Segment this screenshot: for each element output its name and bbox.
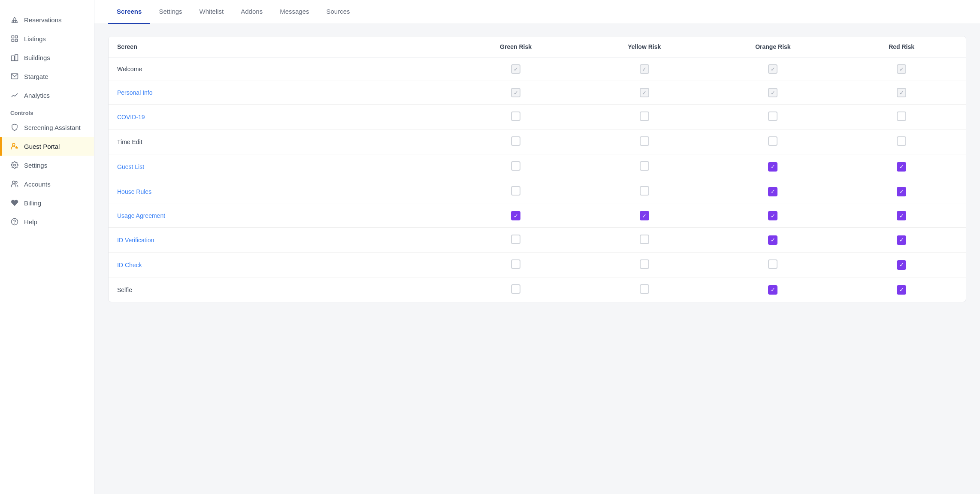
checkbox-wrap[interactable] bbox=[768, 259, 777, 269]
orange-risk-cell[interactable]: ✓ bbox=[709, 277, 838, 302]
checkbox-wrap[interactable] bbox=[768, 136, 777, 146]
sidebar-item-stargate[interactable]: Stargate bbox=[0, 67, 94, 86]
sidebar-item-screening-assistant[interactable]: Screening Assistant bbox=[0, 118, 94, 137]
checkbox-wrap[interactable] bbox=[640, 136, 649, 146]
yellow-risk-cell[interactable] bbox=[580, 105, 709, 130]
checkbox-wrap[interactable]: ✓ bbox=[640, 64, 649, 74]
tab-settings[interactable]: Settings bbox=[150, 0, 191, 24]
sidebar-item-buildings[interactable]: Buildings bbox=[0, 48, 94, 67]
checkbox-wrap[interactable]: ✓ bbox=[768, 64, 777, 74]
checkbox-wrap[interactable]: ✓ bbox=[768, 187, 777, 196]
yellow-risk-cell[interactable]: ✓ bbox=[580, 81, 709, 105]
checkbox-wrap[interactable]: ✓ bbox=[640, 211, 649, 220]
green-risk-cell[interactable] bbox=[451, 228, 580, 253]
checkbox-wrap[interactable]: ✓ bbox=[897, 285, 906, 295]
green-risk-cell[interactable] bbox=[451, 154, 580, 179]
orange-risk-cell[interactable]: ✓ bbox=[709, 81, 838, 105]
checkbox-wrap[interactable]: ✓ bbox=[897, 211, 906, 220]
green-risk-cell[interactable] bbox=[451, 130, 580, 154]
green-risk-cell[interactable] bbox=[451, 253, 580, 277]
orange-risk-cell[interactable] bbox=[709, 105, 838, 130]
screen-name-cell[interactable]: ID Check bbox=[109, 253, 451, 277]
screen-name-cell[interactable]: ID Verification bbox=[109, 228, 451, 253]
red-risk-cell[interactable]: ✓ bbox=[837, 57, 966, 81]
green-risk-cell[interactable]: ✓ bbox=[451, 57, 580, 81]
green-risk-cell[interactable]: ✓ bbox=[451, 81, 580, 105]
checkbox-wrap[interactable]: ✓ bbox=[897, 235, 906, 245]
red-risk-cell[interactable]: ✓ bbox=[837, 154, 966, 179]
sidebar-item-listings[interactable]: Listings bbox=[0, 29, 94, 48]
checkbox-wrap[interactable]: ✓ bbox=[897, 187, 906, 196]
checkbox-wrap[interactable]: ✓ bbox=[511, 88, 520, 97]
yellow-risk-cell[interactable] bbox=[580, 130, 709, 154]
checkbox-wrap[interactable] bbox=[640, 235, 649, 244]
yellow-risk-cell[interactable] bbox=[580, 253, 709, 277]
checkbox-wrap[interactable] bbox=[511, 284, 520, 294]
yellow-risk-cell[interactable] bbox=[580, 179, 709, 204]
checkbox-wrap[interactable] bbox=[897, 111, 906, 121]
checkbox-wrap[interactable] bbox=[640, 186, 649, 196]
red-risk-cell[interactable]: ✓ bbox=[837, 228, 966, 253]
green-risk-cell[interactable] bbox=[451, 179, 580, 204]
orange-risk-cell[interactable]: ✓ bbox=[709, 179, 838, 204]
tab-whitelist[interactable]: Whitelist bbox=[191, 0, 233, 24]
red-risk-cell[interactable] bbox=[837, 105, 966, 130]
tab-messages[interactable]: Messages bbox=[271, 0, 318, 24]
checkbox-wrap[interactable]: ✓ bbox=[511, 211, 520, 220]
sidebar-item-accounts[interactable]: Accounts bbox=[0, 175, 94, 193]
tab-screens[interactable]: Screens bbox=[108, 0, 150, 24]
checkbox-wrap[interactable] bbox=[511, 259, 520, 269]
sidebar-item-help[interactable]: Help bbox=[0, 212, 94, 231]
screen-name-cell[interactable]: Personal Info bbox=[109, 81, 451, 105]
sidebar-item-guest-portal[interactable]: Guest Portal bbox=[0, 137, 94, 156]
screen-name-cell[interactable]: Usage Agreement bbox=[109, 204, 451, 228]
checkbox-wrap[interactable] bbox=[511, 111, 520, 121]
red-risk-cell[interactable]: ✓ bbox=[837, 204, 966, 228]
checkbox-wrap[interactable] bbox=[640, 284, 649, 294]
checkbox-wrap[interactable]: ✓ bbox=[511, 64, 520, 74]
green-risk-cell[interactable]: ✓ bbox=[451, 204, 580, 228]
sidebar-item-settings[interactable]: Settings bbox=[0, 156, 94, 175]
yellow-risk-cell[interactable]: ✓ bbox=[580, 57, 709, 81]
checkbox-wrap[interactable]: ✓ bbox=[897, 260, 906, 270]
red-risk-cell[interactable]: ✓ bbox=[837, 277, 966, 302]
yellow-risk-cell[interactable] bbox=[580, 228, 709, 253]
checkbox-wrap[interactable] bbox=[511, 235, 520, 244]
checkbox-wrap[interactable] bbox=[897, 136, 906, 146]
checkbox-wrap[interactable]: ✓ bbox=[768, 235, 777, 245]
orange-risk-cell[interactable] bbox=[709, 253, 838, 277]
orange-risk-cell[interactable]: ✓ bbox=[709, 228, 838, 253]
checkbox-wrap[interactable] bbox=[640, 111, 649, 121]
tab-sources[interactable]: Sources bbox=[318, 0, 359, 24]
green-risk-cell[interactable] bbox=[451, 277, 580, 302]
red-risk-cell[interactable]: ✓ bbox=[837, 253, 966, 277]
orange-risk-cell[interactable]: ✓ bbox=[709, 57, 838, 81]
yellow-risk-cell[interactable] bbox=[580, 277, 709, 302]
checkbox-wrap[interactable]: ✓ bbox=[768, 211, 777, 220]
screen-name-cell[interactable]: COVID-19 bbox=[109, 105, 451, 130]
sidebar-item-analytics[interactable]: Analytics bbox=[0, 86, 94, 105]
checkbox-wrap[interactable] bbox=[640, 161, 649, 171]
checkbox-wrap[interactable]: ✓ bbox=[897, 88, 906, 97]
orange-risk-cell[interactable]: ✓ bbox=[709, 204, 838, 228]
orange-risk-cell[interactable] bbox=[709, 130, 838, 154]
checkbox-wrap[interactable] bbox=[640, 259, 649, 269]
checkbox-wrap[interactable]: ✓ bbox=[897, 64, 906, 74]
checkbox-wrap[interactable]: ✓ bbox=[768, 285, 777, 295]
sidebar-item-billing[interactable]: Billing bbox=[0, 193, 94, 212]
red-risk-cell[interactable] bbox=[837, 130, 966, 154]
red-risk-cell[interactable]: ✓ bbox=[837, 81, 966, 105]
screen-name-cell[interactable]: Guest List bbox=[109, 154, 451, 179]
checkbox-wrap[interactable]: ✓ bbox=[640, 88, 649, 97]
sidebar-item-reservations[interactable]: Reservations bbox=[0, 10, 94, 29]
screen-name-cell[interactable]: House Rules bbox=[109, 179, 451, 204]
checkbox-wrap[interactable]: ✓ bbox=[768, 162, 777, 172]
checkbox-wrap[interactable] bbox=[511, 136, 520, 146]
checkbox-wrap[interactable] bbox=[768, 111, 777, 121]
orange-risk-cell[interactable]: ✓ bbox=[709, 154, 838, 179]
checkbox-wrap[interactable] bbox=[511, 186, 520, 196]
yellow-risk-cell[interactable]: ✓ bbox=[580, 204, 709, 228]
red-risk-cell[interactable]: ✓ bbox=[837, 179, 966, 204]
checkbox-wrap[interactable]: ✓ bbox=[897, 162, 906, 172]
checkbox-wrap[interactable] bbox=[511, 161, 520, 171]
